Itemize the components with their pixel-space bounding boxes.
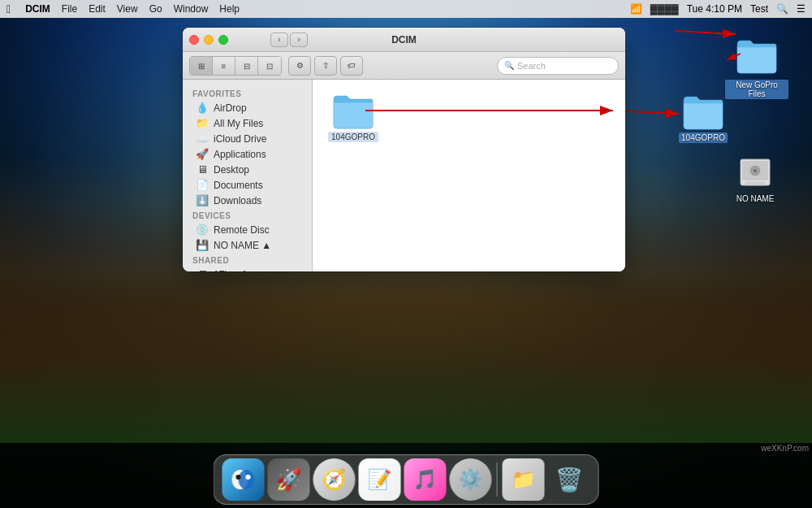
dock-item-finder[interactable] [222, 458, 265, 501]
sidebar-item-applications[interactable]: 🚀 Applications [186, 146, 309, 162]
no-name-drive-label: NO NAME [734, 193, 777, 204]
tag-btn[interactable]: 🏷 [340, 56, 363, 76]
finder-toolbar: ⊞ ≡ ⊟ ⊡ ⚙ ⇧ 🏷 🔍 Search [183, 52, 625, 80]
sidebar-item-desktop[interactable]: 🖥 Desktop [186, 162, 309, 177]
documents-icon: 📄 [196, 179, 209, 191]
user-name: Test [750, 3, 768, 15]
clock: Tue 4:10 PM [687, 3, 742, 15]
104gopro-folder-icon [682, 93, 724, 131]
remote-disc-icon: 💿 [196, 224, 209, 236]
applications-icon: 🚀 [196, 148, 209, 160]
search-menubar-icon[interactable]: 🔍 [776, 3, 788, 15]
sidebar-item-icloud-drive[interactable]: ☁️ iCloud Drive [186, 131, 309, 146]
svg-point-8 [754, 169, 757, 172]
drive-icon: 💾 [196, 239, 209, 251]
search-box[interactable]: 🔍 Search [497, 57, 619, 75]
finder-window: ‹ › DCIM ⊞ ≡ ⊟ ⊡ ⚙ ⇧ 🏷 🔍 Search Favorite… [183, 28, 625, 271]
downloads-label: Downloads [214, 195, 261, 206]
dock-item-reminders[interactable]: 📝 [359, 458, 401, 501]
menu-view[interactable]: View [117, 3, 138, 15]
nav-buttons: ‹ › [270, 33, 308, 47]
sidebar-item-documents[interactable]: 📄 Documents [186, 177, 309, 193]
shared-section-title: Shared [183, 253, 312, 267]
menu-help[interactable]: Help [219, 3, 240, 15]
search-placeholder: Search [517, 61, 546, 71]
folder-icon [332, 93, 374, 130]
menu-file[interactable]: File [62, 3, 77, 15]
sidebar-item-17jnyz1[interactable]: 🖥 17jnyz1 [186, 267, 309, 271]
icon-view-btn[interactable]: ⊞ [190, 57, 213, 76]
column-view-btn[interactable]: ⊟ [235, 57, 258, 76]
sidebar-item-remote-disc[interactable]: 💿 Remote Disc [186, 222, 309, 237]
sidebar-item-no-name[interactable]: 💾 NO NAME ▲ [186, 237, 309, 253]
documents-label: Documents [214, 180, 263, 191]
app-name[interactable]: DCIM [25, 3, 50, 15]
finder-window-title: DCIM [391, 34, 417, 46]
maximize-button[interactable] [218, 35, 228, 45]
dock-item-itunes[interactable]: 🎵 [404, 458, 447, 501]
share-btn[interactable]: ⇧ [314, 56, 337, 76]
sidebar-item-airdrop[interactable]: 💧 AirDrop [186, 100, 309, 115]
icloud-icon: ☁️ [196, 132, 209, 145]
desktop-label: Desktop [214, 164, 249, 176]
desktop-icon-104gopro[interactable]: 104GOPRO [671, 93, 736, 143]
back-button[interactable]: ‹ [270, 33, 288, 47]
minimize-button[interactable] [204, 35, 214, 45]
airdrop-label: AirDrop [214, 102, 247, 114]
battery-icon[interactable]: ▓▓▓▓ [650, 3, 679, 15]
sidebar-item-downloads[interactable]: ⬇️ Downloads [186, 193, 309, 208]
menu-go[interactable]: Go [149, 3, 162, 15]
dock-item-finder2[interactable]: 📁 [503, 458, 545, 501]
dock-divider [497, 462, 498, 497]
finder-body: Favorites 💧 AirDrop 📁 All My Files ☁️ iC… [183, 80, 625, 271]
finder-content: 104GOPRO [313, 80, 625, 271]
finder-sidebar: Favorites 💧 AirDrop 📁 All My Files ☁️ iC… [183, 80, 313, 271]
list-view-btn[interactable]: ≡ [213, 57, 235, 76]
desktop-icon-sidebar: 🖥 [196, 163, 209, 176]
desktop-icon-no-name-drive[interactable]: NO NAME [723, 154, 788, 204]
close-button[interactable] [189, 35, 199, 45]
menu-extras-icon[interactable]: ☰ [797, 3, 806, 15]
menubar-right: 📶 ▓▓▓▓ Tue 4:10 PM Test 🔍 ☰ [630, 3, 806, 15]
shared1-label: 17jnyz1 [214, 269, 247, 272]
svg-rect-6 [745, 182, 765, 185]
new-gopro-folder-icon [736, 37, 778, 75]
dock-item-system-preferences[interactable]: ⚙️ [450, 458, 492, 501]
devices-section-title: Devices [183, 208, 312, 222]
menubar:  DCIM File Edit View Go Window Help 📶 ▓… [0, 0, 812, 18]
svg-point-15 [236, 475, 241, 480]
svg-point-14 [239, 470, 255, 489]
search-icon: 🔍 [504, 61, 514, 70]
remote-disc-label: Remote Disc [214, 224, 270, 236]
menu-edit[interactable]: Edit [89, 3, 106, 15]
dock-item-safari[interactable]: 🧭 [313, 458, 356, 501]
shared1-icon: 🖥 [196, 268, 209, 271]
apple-menu[interactable]:  [6, 2, 11, 15]
watermark: weXKnP.com [761, 444, 809, 453]
downloads-icon: ⬇️ [196, 194, 209, 206]
hdd-icon [734, 154, 776, 192]
view-buttons: ⊞ ≡ ⊟ ⊡ [189, 56, 282, 76]
folder-104gopro-label: 104GOPRO [328, 132, 378, 142]
all-files-label: All My Files [214, 118, 263, 129]
finder-folder-104gopro[interactable]: 104GOPRO [326, 93, 381, 142]
all-files-icon: 📁 [196, 117, 209, 129]
menu-window[interactable]: Window [174, 3, 209, 15]
104gopro-desktop-label: 104GOPRO [679, 132, 728, 143]
applications-label: Applications [214, 149, 266, 160]
dock-item-launchpad[interactable]: 🚀 [268, 458, 310, 501]
icloud-label: iCloud Drive [214, 133, 266, 145]
wifi-icon[interactable]: 📶 [630, 3, 642, 15]
action-btn[interactable]: ⚙ [288, 56, 311, 76]
airdrop-icon: 💧 [196, 102, 209, 114]
sidebar-item-all-my-files[interactable]: 📁 All My Files [186, 115, 309, 131]
forward-button[interactable]: › [290, 33, 308, 47]
dock: 🚀 🧭 📝 🎵 ⚙️ 📁 🗑️ [214, 454, 599, 505]
svg-point-16 [246, 475, 251, 480]
desktop-icon-new-gopro[interactable]: New GoPro Files [724, 37, 789, 99]
dock-item-trash[interactable]: 🗑️ [548, 458, 590, 501]
menubar-left:  DCIM File Edit View Go Window Help [6, 2, 240, 15]
favorites-section-title: Favorites [183, 86, 312, 100]
cover-flow-btn[interactable]: ⊡ [258, 57, 281, 76]
finder-titlebar: ‹ › DCIM [183, 28, 625, 52]
